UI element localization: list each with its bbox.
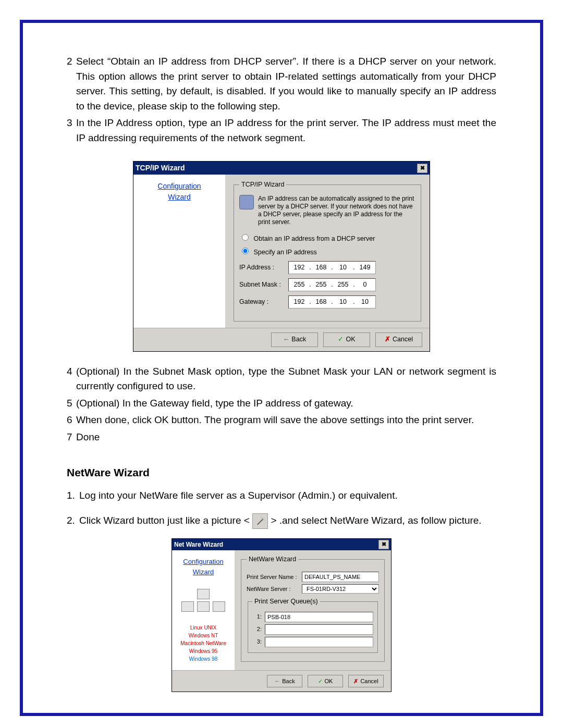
- ip-octet: 10: [335, 263, 351, 273]
- cancel-button[interactable]: ✗ Cancel: [348, 675, 384, 687]
- dialog-title: TCP/IP Wizard: [136, 163, 185, 174]
- sidebar-label: Wizard: [175, 567, 231, 577]
- dialog-sidebar: Configuration Wizard Linux UNIX Windows …: [172, 550, 235, 670]
- step-4: 4 (Optional) In the Subnet Mask option, …: [67, 364, 496, 394]
- os-line: Windows 98: [175, 655, 231, 663]
- step-text: In the IP Address option, type an IP add…: [76, 116, 496, 145]
- os-line: Linux UNIX: [175, 624, 231, 632]
- step-text: Log into your NetWare file server as a S…: [79, 488, 496, 503]
- ip-octet: 168: [313, 263, 329, 273]
- ip-octet: 10: [335, 297, 351, 307]
- gateway-label: Gateway :: [239, 297, 288, 307]
- ip-octet: 192: [291, 263, 308, 273]
- queue-num: 3:: [252, 637, 262, 646]
- ip-octet: 255: [291, 280, 308, 290]
- page-frame: 2 Select “Obtain an IP address from DHCP…: [20, 20, 543, 716]
- step-text-part: Click Wizard button just like a picture …: [79, 515, 250, 526]
- step-text: Click Wizard button just like a picture …: [79, 513, 496, 529]
- netware-wizard-dialog: Net Ware Wizard ✖ Configuration Wizard L…: [172, 538, 391, 692]
- radio-label: Specify an IP address: [253, 249, 316, 256]
- section-heading-netware: NetWare Wizard: [67, 464, 496, 481]
- radio-dhcp[interactable]: [242, 234, 249, 241]
- ip-octet: 149: [357, 263, 373, 273]
- ip-octet: 255: [335, 280, 351, 290]
- queue3-input[interactable]: [265, 637, 373, 647]
- psn-input[interactable]: [302, 572, 379, 582]
- ok-button[interactable]: ✓ OK: [323, 332, 370, 347]
- ip-input[interactable]: 192. 168. 10. 149: [288, 261, 376, 274]
- step-number: 5: [67, 396, 76, 411]
- queue2-input[interactable]: [265, 624, 373, 635]
- ip-octet: 10: [357, 297, 373, 307]
- button-label: Cancel: [360, 677, 378, 686]
- step-number: 4: [67, 364, 76, 394]
- mask-input[interactable]: 255. 255. 255. 0: [288, 278, 376, 291]
- queue-num: 2:: [252, 625, 262, 634]
- sidebar-label: Wizard: [137, 192, 222, 203]
- nw-step-2: 2. Click Wizard button just like a pictu…: [67, 513, 496, 529]
- os-line: Windows NT: [175, 632, 231, 639]
- button-label: Cancel: [393, 335, 413, 344]
- ns-select[interactable]: FS-01RD-V312: [302, 584, 379, 594]
- svg-point-0: [262, 518, 263, 519]
- step-number: 6: [67, 413, 76, 428]
- button-label: Back: [282, 677, 295, 686]
- back-icon: ←: [283, 335, 290, 344]
- ip-octet: 255: [313, 280, 329, 290]
- button-label: Back: [291, 335, 306, 344]
- cancel-button[interactable]: ✗ Cancel: [375, 332, 422, 347]
- wand-icon: [252, 513, 268, 529]
- cross-icon: ✗: [385, 335, 390, 344]
- gateway-input[interactable]: 192. 168. 10. 10: [288, 295, 376, 309]
- step-text-part: > .and select NetWare Wizard, as follow …: [271, 515, 481, 526]
- sidebar-label: Configuration: [137, 181, 222, 192]
- group-description: An IP address can be automatically assig…: [258, 195, 415, 226]
- ok-button[interactable]: ✓ OK: [308, 675, 343, 687]
- close-icon[interactable]: ✖: [378, 540, 389, 549]
- queues-legend: Print Server Queue(s): [252, 597, 320, 607]
- step-text: (Optional) In the Gateway field, type th…: [76, 396, 496, 411]
- step-number: 3: [67, 116, 76, 145]
- back-button[interactable]: ← Back: [267, 675, 302, 687]
- radio-label: Obtain an IP address from a DHCP server: [253, 235, 375, 242]
- ip-octet: 168: [313, 297, 329, 307]
- close-icon[interactable]: ✖: [417, 164, 427, 173]
- step-number: 2.: [67, 513, 79, 529]
- network-diagram-icon: [175, 577, 231, 624]
- globe-icon: [239, 195, 254, 209]
- os-line: Macintosh NetWare: [175, 639, 231, 647]
- check-icon: ✓: [318, 677, 323, 686]
- step-number: 1.: [67, 488, 79, 503]
- ip-octet: 192: [291, 297, 308, 307]
- step-7: 7 Done: [67, 430, 496, 445]
- sidebar-label: Configuration: [175, 557, 231, 567]
- dialog-main: TCP/IP Wizard An IP address can be autom…: [225, 175, 430, 328]
- button-label: OK: [325, 677, 333, 686]
- ns-label: NetWare Server :: [247, 585, 302, 594]
- step-5: 5 (Optional) In the Gateway field, type …: [67, 396, 496, 411]
- svg-point-1: [261, 517, 262, 518]
- os-line: Windows 95: [175, 647, 231, 655]
- back-button[interactable]: ← Back: [271, 332, 318, 347]
- step-6: 6 When done, click OK button. The progra…: [67, 413, 496, 428]
- titlebar: TCP/IP Wizard ✖: [133, 162, 430, 175]
- queue1-input[interactable]: [265, 612, 373, 622]
- back-icon: ←: [274, 677, 280, 686]
- ip-octet: 0: [357, 280, 373, 290]
- titlebar: Net Ware Wizard ✖: [172, 539, 391, 550]
- dialog-title: Net Ware Wizard: [174, 540, 223, 549]
- step-2: 2 Select “Obtain an IP address from DHCP…: [67, 54, 496, 114]
- radio-specify[interactable]: [242, 248, 249, 254]
- group-legend: NetWare Wizard: [247, 554, 298, 564]
- step-number: 2: [67, 54, 76, 114]
- ip-label: IP Address :: [239, 263, 288, 273]
- cross-icon: ✗: [353, 677, 358, 686]
- mask-label: Subnet Mask :: [239, 280, 288, 290]
- dialog-main: NetWare Wizard Print Server Name : NetWa…: [235, 550, 391, 670]
- step-text: (Optional) In the Subnet Mask option, ty…: [76, 364, 496, 394]
- nw-step-1: 1. Log into your NetWare file server as …: [67, 488, 496, 503]
- check-icon: ✓: [338, 335, 344, 344]
- psn-label: Print Server Name :: [247, 573, 302, 582]
- step-text: Select “Obtain an IP address from DHCP s…: [76, 54, 496, 114]
- tcpip-wizard-dialog: TCP/IP Wizard ✖ Configuration Wizard TCP…: [133, 161, 430, 352]
